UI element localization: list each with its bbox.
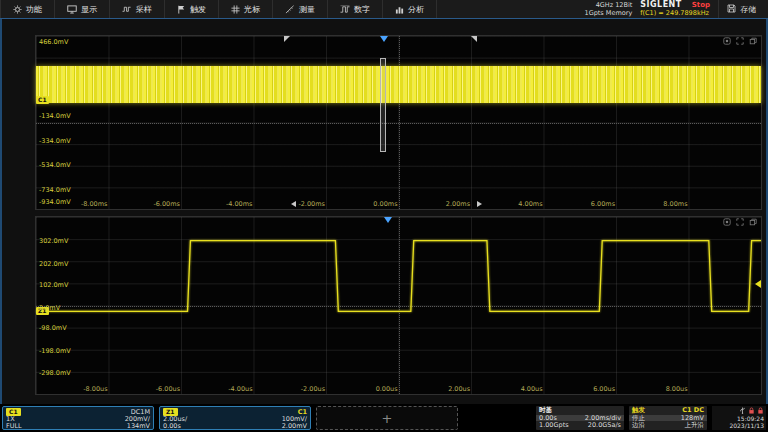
menu-item-label: 分析 [408, 4, 424, 15]
frequency-counter: f(C1) = 249.7898kHz [640, 10, 710, 17]
measure-icon [285, 5, 295, 14]
menu-item-采样[interactable]: 采样 [110, 0, 165, 18]
trigger-type: 边沿 [632, 422, 645, 429]
grid2-time-label: 8.00us [666, 385, 688, 393]
clock-box: 15:09:24 2023/11/13 [712, 406, 766, 430]
trigger-box[interactable]: 触发 C1 DC 停止 128mV 边沿 上升沿 [629, 406, 707, 430]
menu-item-光标[interactable]: 光标 [219, 0, 273, 18]
maximize-icon[interactable] [736, 218, 744, 226]
menu-item-label: 测量 [299, 4, 315, 15]
menu-item-数字[interactable]: 数字 [328, 0, 383, 18]
grid2-corner-icons [723, 218, 757, 226]
settings-icon[interactable] [723, 218, 731, 226]
zoom-waveform-grid[interactable]: Z1 302.0mV202.0mV102.0mV2.0mV-98.0mV-198… [35, 216, 762, 395]
system-info: 4GHz 12Bit 1Gpts Memory [585, 1, 633, 17]
storage-button[interactable]: 存储 [718, 0, 764, 18]
search-marker [291, 201, 296, 207]
storage-label: 存储 [740, 4, 756, 15]
cursor-icon [231, 5, 240, 14]
bandwidth-label: 4GHz 12Bit [585, 1, 633, 9]
statusbar-spacer [463, 406, 531, 430]
digital-icon [340, 5, 350, 14]
timebase-box[interactable]: 时基 0.00s 2.00ms/div 1.00Gpts 20.0GSa/s [536, 406, 624, 430]
trigger-slope: 上升沿 [685, 422, 705, 429]
trigger-position-marker[interactable] [380, 36, 388, 42]
grid2-voltage-label: -298.0mV [39, 369, 71, 377]
oscilloscope-screen: 功能显示采样触发光标测量数字分析 4GHz 12Bit 1Gpts Memory… [0, 0, 768, 432]
c1-waveform-band [36, 66, 761, 104]
close-icon[interactable] [749, 37, 757, 45]
grid1-time-label: 0.00ms [373, 200, 397, 208]
add-channel-button[interactable]: + [316, 406, 458, 430]
memory-label: 1Gpts Memory [585, 9, 633, 17]
trigger-level-arrow[interactable] [755, 280, 761, 288]
menu-bar: 功能显示采样触发光标测量数字分析 4GHz 12Bit 1Gpts Memory… [0, 0, 768, 19]
grid1-voltage-label: -534.0mV [39, 161, 71, 169]
channel-c1-box[interactable]: C1 DC1M 1X 200mV/ FULL 134mV [2, 406, 154, 430]
grid1-center-horizontal-axis [36, 123, 761, 124]
trigger-source: C1 DC [682, 407, 704, 414]
zoom-boundary-marker[interactable] [284, 36, 290, 42]
analysis-icon [395, 5, 404, 14]
grid2-time-label: 6.00us [593, 385, 615, 393]
grid2-time-label: -8.00us [83, 385, 107, 393]
grid2-time-label: 4.00us [521, 385, 543, 393]
flag-icon [177, 5, 186, 14]
brand-block: SIGLENT Stop f(C1) = 249.7898kHz [640, 1, 710, 17]
grid1-time-label: 8.00ms [663, 200, 687, 208]
menu-item-label: 采样 [136, 4, 152, 15]
grid2-time-label: -2.00us [301, 385, 325, 393]
z1-offset: 2.00mV [282, 423, 307, 430]
gear-icon [13, 5, 22, 14]
menu-item-显示[interactable]: 显示 [55, 0, 110, 18]
trigger-title: 触发 [632, 407, 645, 414]
grid2-voltage-label: 102.0mV [39, 281, 68, 289]
menu-item-label: 触发 [190, 4, 206, 15]
z1-delay: 0.00s [163, 423, 181, 430]
grid2-voltage-label: -98.0mV [39, 324, 67, 332]
clock-date: 2023/11/13 [729, 423, 764, 429]
z1-square-waveform [36, 217, 761, 394]
grid1-voltage-label: -134.0mV [39, 112, 71, 120]
timebase-title: 时基 [539, 407, 552, 414]
waveform-display: C1 466.0mV-134.0mV-334.0mV-534.0mV-734.0… [0, 19, 768, 404]
grid2-time-label: -4.00us [228, 385, 252, 393]
zoom-z1-box[interactable]: Z1 C1 2.00us/ 100mV/ 0.00s 2.00mV [159, 406, 311, 430]
close-icon[interactable] [749, 218, 757, 226]
main-waveform-grid[interactable]: C1 466.0mV-134.0mV-334.0mV-534.0mV-734.0… [35, 35, 762, 210]
zoom-region-indicator[interactable] [380, 58, 386, 152]
plus-icon: + [382, 411, 393, 426]
maximize-icon[interactable] [736, 37, 744, 45]
menu-item-触发[interactable]: 触发 [165, 0, 219, 18]
grid1-time-label: -2.00ms [298, 200, 325, 208]
grid1-time-label: -6.00ms [153, 200, 180, 208]
grid1-time-label: 6.00ms [591, 200, 615, 208]
grid1-time-label: 4.00ms [518, 200, 542, 208]
grid1-time-label: 2.00ms [446, 200, 470, 208]
menu-item-测量[interactable]: 测量 [273, 0, 328, 18]
grid2-voltage-label: 2.0mV [39, 304, 60, 312]
settings-icon[interactable] [723, 37, 731, 45]
menu-item-分析[interactable]: 分析 [383, 0, 437, 18]
grid1-corner-icons [723, 37, 757, 45]
grid1-voltage-label: -334.0mV [39, 137, 71, 145]
grid2-time-label: 2.00us [448, 385, 470, 393]
timebase-rate: 20.0GSa/s [588, 422, 621, 429]
grid2-time-label: -6.00us [156, 385, 180, 393]
trigger-position-marker[interactable] [384, 217, 392, 223]
display-icon [67, 5, 77, 14]
timebase-points: 1.00Gpts [539, 422, 569, 429]
c1-ground-marker[interactable]: C1 [36, 96, 49, 104]
c1-bandwidth: FULL [6, 423, 22, 430]
grid1-time-label: -8.00ms [81, 200, 108, 208]
status-bar: C1 DC1M 1X 200mV/ FULL 134mV Z1 C1 2.00u… [0, 404, 768, 432]
header-right: 4GHz 12Bit 1Gpts Memory SIGLENT Stop f(C… [585, 0, 768, 18]
grid2-voltage-label: 302.0mV [39, 237, 68, 245]
zoom-boundary-marker[interactable] [471, 36, 477, 42]
search-marker [477, 201, 482, 207]
grid2-voltage-label: -198.0mV [39, 347, 71, 355]
menu-item-label: 光标 [244, 4, 260, 15]
menu-item-功能[interactable]: 功能 [0, 0, 55, 18]
grid1-voltage-label: -734.0mV [39, 186, 71, 194]
grid2-voltage-label: 202.0mV [39, 260, 68, 268]
